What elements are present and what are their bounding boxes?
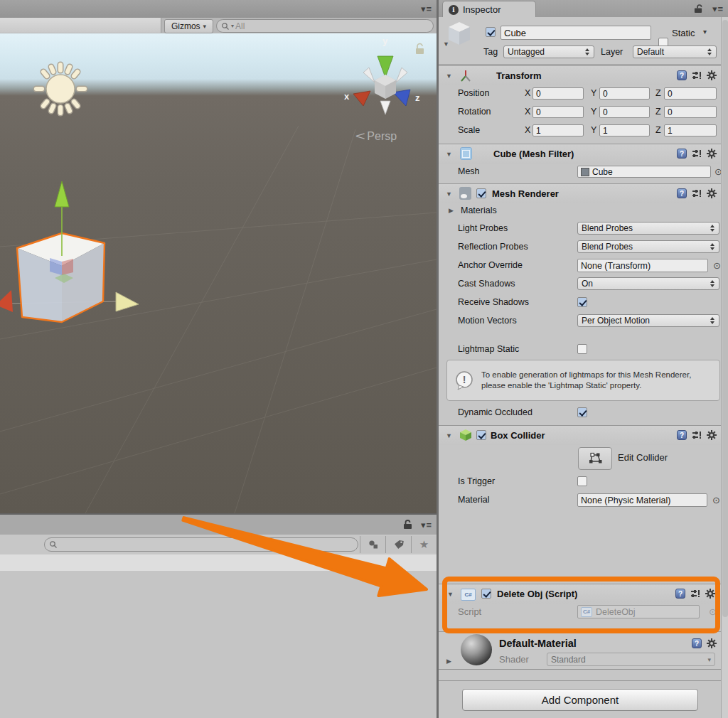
script-enabled-checkbox[interactable] (481, 589, 491, 599)
lock-icon[interactable] (694, 4, 702, 14)
preset-icon[interactable] (692, 70, 702, 80)
project-content-area[interactable] (0, 571, 437, 718)
lightmap-static-checkbox[interactable] (577, 344, 587, 354)
motion-vectors-dropdown[interactable]: Per Object Motion (577, 314, 719, 327)
position-x-field[interactable]: 0 (532, 87, 584, 100)
position-z-field[interactable]: 0 (664, 87, 717, 100)
favorites-button[interactable]: ★ (411, 536, 437, 553)
mesh-field[interactable]: Cube (577, 166, 711, 178)
scene-window-menu[interactable]: ▾ ≡ (421, 4, 431, 14)
search-by-type-button[interactable] (360, 536, 385, 553)
tab-inspector[interactable]: i Inspector (442, 1, 536, 18)
scene-search-input[interactable]: ▾ All (216, 19, 434, 33)
axis-z-label: Z (655, 107, 661, 117)
tag-dropdown[interactable]: Untagged (503, 45, 594, 58)
fold-open-icon[interactable]: ▼ (446, 151, 452, 158)
scale-x-field[interactable]: 1 (532, 124, 584, 136)
material-fold-icon[interactable]: ▶ (446, 658, 451, 665)
rotation-x-field[interactable]: 0 (532, 106, 584, 118)
fold-open-icon[interactable]: ▼ (446, 432, 452, 439)
box-collider-title: Box Collider (491, 430, 545, 441)
box-collider-enabled-checkbox[interactable] (476, 430, 486, 440)
scene-tab-strip[interactable] (0, 18, 161, 33)
cube-thumbnail-icon[interactable] (446, 21, 472, 48)
anchor-override-label: Anchor Override (458, 260, 523, 270)
help-icon[interactable]: ? (677, 149, 687, 159)
thumbnail-fold-icon[interactable]: ▼ (443, 41, 449, 48)
script-field[interactable]: C# DeleteObj (577, 605, 700, 618)
gear-icon[interactable] (705, 589, 715, 599)
project-breadcrumb-bar[interactable] (0, 554, 437, 572)
edit-collider-row: Edit Collider (439, 446, 728, 471)
rotation-y-field[interactable]: 0 (599, 106, 650, 118)
help-icon[interactable]: ? (677, 70, 687, 80)
help-icon[interactable]: ? (692, 638, 702, 648)
fold-open-icon[interactable]: ▼ (447, 591, 454, 598)
caret-down-icon: ▾ (203, 23, 207, 30)
gear-icon[interactable] (707, 188, 717, 198)
fold-open-icon[interactable]: ▼ (446, 73, 452, 80)
preset-icon[interactable] (692, 430, 702, 440)
reflection-probes-dropdown[interactable]: Blend Probes (577, 240, 719, 253)
gear-icon[interactable] (707, 638, 717, 648)
static-dropdown-caret[interactable]: ▾ (703, 28, 707, 36)
gizmos-dropdown[interactable]: Gizmos ▾ (164, 19, 213, 33)
physic-material-field[interactable]: None (Physic Material) (577, 493, 707, 507)
lock-icon[interactable] (403, 520, 412, 530)
caret-icon: ▾ (421, 520, 425, 530)
delete-obj-script-header[interactable]: ▼ C# Delete Obj (Script) ? (439, 584, 728, 604)
help-icon[interactable]: ? (675, 589, 685, 599)
material-sphere-preview[interactable] (461, 634, 492, 665)
shader-dropdown[interactable]: Standard ▾ (547, 653, 715, 666)
gear-icon[interactable] (707, 430, 717, 440)
rotation-z-field[interactable]: 0 (664, 106, 717, 118)
project-search-input[interactable] (44, 537, 358, 552)
inspector-menu[interactable]: ▾ ≡ (712, 4, 722, 14)
object-picker-icon[interactable]: ⊙ (713, 261, 721, 270)
light-probes-dropdown[interactable]: Blend Probes (577, 222, 719, 235)
layer-label: Layer (601, 47, 623, 57)
scene-lock-icon (416, 44, 424, 55)
gameobject-active-checkbox[interactable] (486, 27, 496, 37)
add-component-button[interactable]: Add Component (462, 689, 698, 711)
preset-icon[interactable] (692, 188, 702, 198)
transform-header[interactable]: ▼ Transform ? (439, 65, 728, 85)
move-gizmo-z-axis (116, 292, 139, 311)
box-collider-header[interactable]: ▼ Box Collider ? (439, 425, 728, 445)
search-by-label-button[interactable] (385, 536, 411, 553)
anchor-override-field[interactable]: None (Transform) (577, 259, 708, 272)
help-icon[interactable]: ? (677, 188, 687, 198)
scrollbar-thumb[interactable] (722, 20, 728, 617)
project-window-menu[interactable]: ▾ ≡ (421, 520, 431, 530)
mesh-filter-header[interactable]: ▼ Cube (Mesh Filter) ? (439, 144, 728, 164)
cast-shadows-dropdown[interactable]: On (577, 277, 719, 290)
position-y-field[interactable]: 0 (599, 87, 650, 100)
gameobject-name-field[interactable]: Cube (500, 26, 651, 40)
scale-y-field[interactable]: 1 (599, 124, 650, 136)
receive-shadows-checkbox[interactable] (577, 297, 587, 307)
receive-shadows-row: Receive Shadows (439, 294, 728, 311)
gear-icon[interactable] (707, 149, 717, 159)
layer-dropdown[interactable]: Default (633, 45, 717, 58)
mesh-renderer-header[interactable]: ▼ Mesh Renderer ? (439, 183, 728, 203)
help-icon[interactable]: ? (677, 430, 687, 440)
mesh-renderer-enabled-checkbox[interactable] (476, 188, 486, 198)
motion-vectors-row: Motion Vectors Per Object Motion (439, 313, 728, 330)
preset-icon[interactable] (692, 149, 702, 159)
edit-collider-button[interactable] (578, 447, 612, 470)
object-picker-icon[interactable]: ⊙ (709, 607, 717, 616)
perspective-mode-label[interactable]: < Persp (357, 130, 397, 143)
inspector-scrollbar[interactable] (721, 17, 728, 718)
scene-viewport[interactable]: y x z < Persp (0, 33, 437, 513)
dynamic-occluded-checkbox[interactable] (577, 407, 587, 417)
is-trigger-checkbox[interactable] (577, 476, 587, 486)
materials-foldout[interactable]: ▶ Materials (439, 204, 728, 220)
caret-icon: ▾ (712, 4, 717, 14)
object-picker-icon[interactable]: ⊙ (712, 495, 720, 505)
box-collider-icon (459, 429, 472, 441)
gear-icon[interactable] (707, 70, 717, 80)
light-probes-row: Light Probes Blend Probes (439, 220, 728, 237)
fold-open-icon[interactable]: ▼ (446, 191, 452, 198)
preset-icon[interactable] (690, 589, 700, 599)
scale-z-field[interactable]: 1 (664, 124, 717, 136)
